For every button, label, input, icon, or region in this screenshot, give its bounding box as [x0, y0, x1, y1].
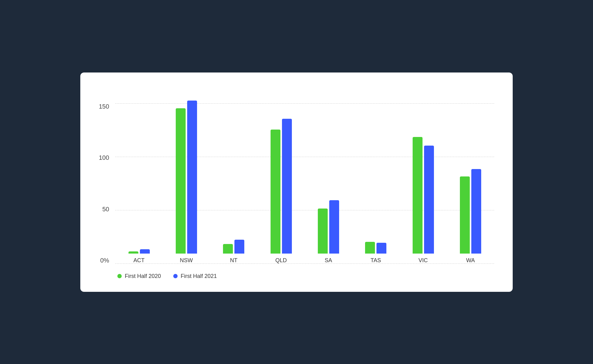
bar-blue — [234, 240, 244, 254]
legend-dot — [173, 274, 178, 278]
bar-green — [176, 108, 186, 254]
state-label: QLD — [275, 257, 287, 264]
legend-item-first-half-2021: First Half 2021 — [173, 273, 217, 279]
state-label: NT — [230, 257, 238, 264]
legend-label: First Half 2021 — [181, 273, 217, 279]
legend-label: First Half 2020 — [125, 273, 161, 279]
bar-green — [271, 130, 280, 254]
chart-container: 150100500% ACTNSWNTQLDSATASVICWA First H… — [80, 72, 513, 292]
chart-body: ACTNSWNTQLDSATASVICWA — [115, 103, 494, 264]
bar-pair — [176, 101, 197, 254]
state-group: NT — [223, 240, 244, 264]
bar-pair — [365, 242, 386, 254]
bar-blue — [282, 119, 292, 254]
chart-area: 150100500% ACTNSWNTQLDSATASVICWA — [99, 103, 494, 264]
bar-green — [413, 137, 423, 254]
bar-blue — [424, 146, 434, 254]
bar-green — [128, 251, 138, 254]
state-group: SA — [318, 200, 339, 264]
y-axis-label: 100 — [99, 155, 109, 161]
state-label: VIC — [418, 257, 428, 264]
state-label: TAS — [371, 257, 381, 264]
state-group: ACT — [128, 249, 150, 264]
bar-pair — [223, 240, 244, 254]
state-label: ACT — [133, 257, 145, 264]
state-label: NSW — [180, 257, 193, 264]
bar-pair — [271, 119, 292, 254]
state-label: SA — [325, 257, 332, 264]
bar-pair — [128, 249, 150, 254]
state-group: TAS — [365, 242, 386, 264]
y-axis: 150100500% — [99, 103, 115, 264]
bar-pair — [460, 169, 481, 254]
state-group: VIC — [413, 137, 434, 264]
legend-dot — [117, 274, 122, 278]
bar-green — [460, 176, 470, 254]
bars-area: ACTNSWNTQLDSATASVICWA — [115, 103, 494, 264]
y-axis-label: 150 — [99, 103, 109, 110]
bar-blue — [187, 101, 197, 254]
bar-green — [365, 242, 375, 254]
y-axis-label: 0% — [100, 257, 109, 263]
bar-pair — [413, 137, 434, 254]
bar-green — [223, 244, 233, 254]
chart-legend: First Half 2020First Half 2021 — [99, 273, 494, 279]
y-axis-label: 50 — [102, 206, 109, 212]
bar-blue — [329, 200, 339, 254]
state-group: WA — [460, 169, 481, 264]
legend-item-first-half-2020: First Half 2020 — [117, 273, 161, 279]
bar-blue — [376, 243, 386, 254]
state-group: NSW — [176, 101, 197, 264]
bar-pair — [318, 200, 339, 254]
bar-blue — [140, 249, 150, 254]
bar-blue — [471, 169, 481, 254]
bar-green — [318, 209, 328, 254]
state-group: QLD — [271, 119, 292, 264]
state-label: WA — [466, 257, 475, 264]
